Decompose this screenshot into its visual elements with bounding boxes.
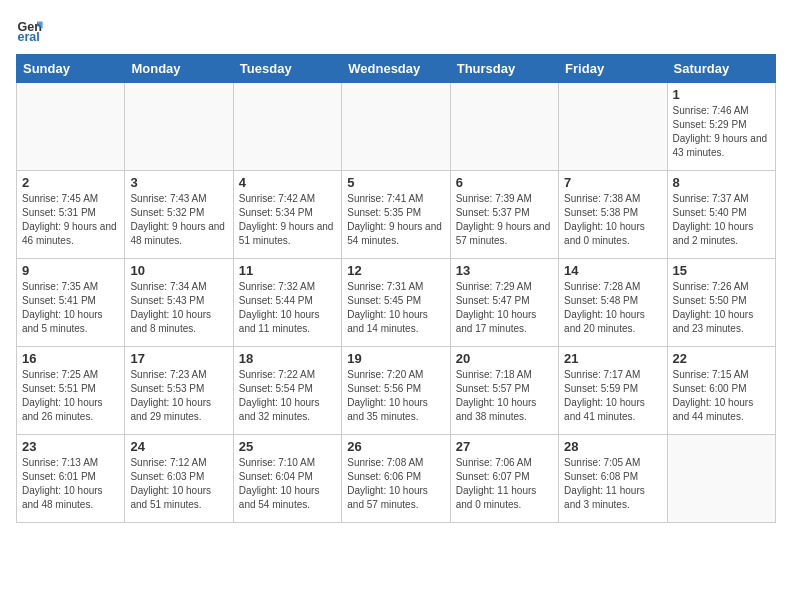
- calendar-cell: 12Sunrise: 7:31 AM Sunset: 5:45 PM Dayli…: [342, 259, 450, 347]
- day-number: 10: [130, 263, 227, 278]
- day-info: Sunrise: 7:05 AM Sunset: 6:08 PM Dayligh…: [564, 456, 661, 512]
- day-info: Sunrise: 7:10 AM Sunset: 6:04 PM Dayligh…: [239, 456, 336, 512]
- calendar-cell: [559, 83, 667, 171]
- calendar-cell: 1Sunrise: 7:46 AM Sunset: 5:29 PM Daylig…: [667, 83, 775, 171]
- calendar-cell: [17, 83, 125, 171]
- day-info: Sunrise: 7:08 AM Sunset: 6:06 PM Dayligh…: [347, 456, 444, 512]
- day-number: 24: [130, 439, 227, 454]
- day-number: 5: [347, 175, 444, 190]
- day-info: Sunrise: 7:15 AM Sunset: 6:00 PM Dayligh…: [673, 368, 770, 424]
- day-number: 3: [130, 175, 227, 190]
- day-number: 19: [347, 351, 444, 366]
- day-info: Sunrise: 7:42 AM Sunset: 5:34 PM Dayligh…: [239, 192, 336, 248]
- calendar-cell: 15Sunrise: 7:26 AM Sunset: 5:50 PM Dayli…: [667, 259, 775, 347]
- logo-icon: Gen eral: [16, 16, 44, 44]
- page-header: Gen eral: [16, 16, 776, 44]
- calendar-cell: 9Sunrise: 7:35 AM Sunset: 5:41 PM Daylig…: [17, 259, 125, 347]
- calendar-cell: 26Sunrise: 7:08 AM Sunset: 6:06 PM Dayli…: [342, 435, 450, 523]
- day-number: 27: [456, 439, 553, 454]
- calendar-cell: 6Sunrise: 7:39 AM Sunset: 5:37 PM Daylig…: [450, 171, 558, 259]
- header-day-sunday: Sunday: [17, 55, 125, 83]
- calendar-cell: 16Sunrise: 7:25 AM Sunset: 5:51 PM Dayli…: [17, 347, 125, 435]
- header-day-monday: Monday: [125, 55, 233, 83]
- day-info: Sunrise: 7:34 AM Sunset: 5:43 PM Dayligh…: [130, 280, 227, 336]
- day-number: 26: [347, 439, 444, 454]
- svg-text:eral: eral: [17, 30, 39, 44]
- day-number: 9: [22, 263, 119, 278]
- day-number: 23: [22, 439, 119, 454]
- day-number: 4: [239, 175, 336, 190]
- day-number: 20: [456, 351, 553, 366]
- header-day-friday: Friday: [559, 55, 667, 83]
- calendar-cell: 2Sunrise: 7:45 AM Sunset: 5:31 PM Daylig…: [17, 171, 125, 259]
- day-info: Sunrise: 7:26 AM Sunset: 5:50 PM Dayligh…: [673, 280, 770, 336]
- calendar-cell: 4Sunrise: 7:42 AM Sunset: 5:34 PM Daylig…: [233, 171, 341, 259]
- calendar-cell: 17Sunrise: 7:23 AM Sunset: 5:53 PM Dayli…: [125, 347, 233, 435]
- calendar-cell: [125, 83, 233, 171]
- day-info: Sunrise: 7:20 AM Sunset: 5:56 PM Dayligh…: [347, 368, 444, 424]
- day-info: Sunrise: 7:32 AM Sunset: 5:44 PM Dayligh…: [239, 280, 336, 336]
- calendar-cell: [667, 435, 775, 523]
- calendar-cell: 5Sunrise: 7:41 AM Sunset: 5:35 PM Daylig…: [342, 171, 450, 259]
- header-day-thursday: Thursday: [450, 55, 558, 83]
- day-number: 22: [673, 351, 770, 366]
- calendar-cell: 3Sunrise: 7:43 AM Sunset: 5:32 PM Daylig…: [125, 171, 233, 259]
- day-info: Sunrise: 7:13 AM Sunset: 6:01 PM Dayligh…: [22, 456, 119, 512]
- day-info: Sunrise: 7:25 AM Sunset: 5:51 PM Dayligh…: [22, 368, 119, 424]
- header-day-tuesday: Tuesday: [233, 55, 341, 83]
- calendar-cell: 22Sunrise: 7:15 AM Sunset: 6:00 PM Dayli…: [667, 347, 775, 435]
- calendar-cell: 20Sunrise: 7:18 AM Sunset: 5:57 PM Dayli…: [450, 347, 558, 435]
- day-info: Sunrise: 7:31 AM Sunset: 5:45 PM Dayligh…: [347, 280, 444, 336]
- calendar-cell: [233, 83, 341, 171]
- calendar-cell: 28Sunrise: 7:05 AM Sunset: 6:08 PM Dayli…: [559, 435, 667, 523]
- calendar-table: SundayMondayTuesdayWednesdayThursdayFrid…: [16, 54, 776, 523]
- calendar-cell: 24Sunrise: 7:12 AM Sunset: 6:03 PM Dayli…: [125, 435, 233, 523]
- day-number: 28: [564, 439, 661, 454]
- day-number: 8: [673, 175, 770, 190]
- day-info: Sunrise: 7:12 AM Sunset: 6:03 PM Dayligh…: [130, 456, 227, 512]
- day-info: Sunrise: 7:06 AM Sunset: 6:07 PM Dayligh…: [456, 456, 553, 512]
- day-info: Sunrise: 7:29 AM Sunset: 5:47 PM Dayligh…: [456, 280, 553, 336]
- calendar-cell: 11Sunrise: 7:32 AM Sunset: 5:44 PM Dayli…: [233, 259, 341, 347]
- calendar-week-1: 1Sunrise: 7:46 AM Sunset: 5:29 PM Daylig…: [17, 83, 776, 171]
- day-number: 16: [22, 351, 119, 366]
- day-info: Sunrise: 7:46 AM Sunset: 5:29 PM Dayligh…: [673, 104, 770, 160]
- calendar-header-row: SundayMondayTuesdayWednesdayThursdayFrid…: [17, 55, 776, 83]
- day-number: 11: [239, 263, 336, 278]
- day-info: Sunrise: 7:43 AM Sunset: 5:32 PM Dayligh…: [130, 192, 227, 248]
- day-info: Sunrise: 7:28 AM Sunset: 5:48 PM Dayligh…: [564, 280, 661, 336]
- day-info: Sunrise: 7:23 AM Sunset: 5:53 PM Dayligh…: [130, 368, 227, 424]
- calendar-cell: [450, 83, 558, 171]
- day-info: Sunrise: 7:41 AM Sunset: 5:35 PM Dayligh…: [347, 192, 444, 248]
- calendar-cell: 23Sunrise: 7:13 AM Sunset: 6:01 PM Dayli…: [17, 435, 125, 523]
- calendar-week-2: 2Sunrise: 7:45 AM Sunset: 5:31 PM Daylig…: [17, 171, 776, 259]
- day-number: 6: [456, 175, 553, 190]
- day-number: 12: [347, 263, 444, 278]
- calendar-cell: 7Sunrise: 7:38 AM Sunset: 5:38 PM Daylig…: [559, 171, 667, 259]
- calendar-cell: 13Sunrise: 7:29 AM Sunset: 5:47 PM Dayli…: [450, 259, 558, 347]
- calendar-cell: 25Sunrise: 7:10 AM Sunset: 6:04 PM Dayli…: [233, 435, 341, 523]
- day-number: 15: [673, 263, 770, 278]
- day-info: Sunrise: 7:45 AM Sunset: 5:31 PM Dayligh…: [22, 192, 119, 248]
- day-number: 13: [456, 263, 553, 278]
- header-day-wednesday: Wednesday: [342, 55, 450, 83]
- day-number: 2: [22, 175, 119, 190]
- calendar-cell: 18Sunrise: 7:22 AM Sunset: 5:54 PM Dayli…: [233, 347, 341, 435]
- calendar-cell: 21Sunrise: 7:17 AM Sunset: 5:59 PM Dayli…: [559, 347, 667, 435]
- calendar-cell: 27Sunrise: 7:06 AM Sunset: 6:07 PM Dayli…: [450, 435, 558, 523]
- day-info: Sunrise: 7:35 AM Sunset: 5:41 PM Dayligh…: [22, 280, 119, 336]
- calendar-cell: 8Sunrise: 7:37 AM Sunset: 5:40 PM Daylig…: [667, 171, 775, 259]
- day-info: Sunrise: 7:17 AM Sunset: 5:59 PM Dayligh…: [564, 368, 661, 424]
- calendar-cell: 14Sunrise: 7:28 AM Sunset: 5:48 PM Dayli…: [559, 259, 667, 347]
- calendar-cell: 19Sunrise: 7:20 AM Sunset: 5:56 PM Dayli…: [342, 347, 450, 435]
- calendar-week-4: 16Sunrise: 7:25 AM Sunset: 5:51 PM Dayli…: [17, 347, 776, 435]
- day-number: 14: [564, 263, 661, 278]
- day-number: 25: [239, 439, 336, 454]
- calendar-week-5: 23Sunrise: 7:13 AM Sunset: 6:01 PM Dayli…: [17, 435, 776, 523]
- calendar-cell: [342, 83, 450, 171]
- calendar-week-3: 9Sunrise: 7:35 AM Sunset: 5:41 PM Daylig…: [17, 259, 776, 347]
- day-info: Sunrise: 7:38 AM Sunset: 5:38 PM Dayligh…: [564, 192, 661, 248]
- header-day-saturday: Saturday: [667, 55, 775, 83]
- day-number: 18: [239, 351, 336, 366]
- day-number: 1: [673, 87, 770, 102]
